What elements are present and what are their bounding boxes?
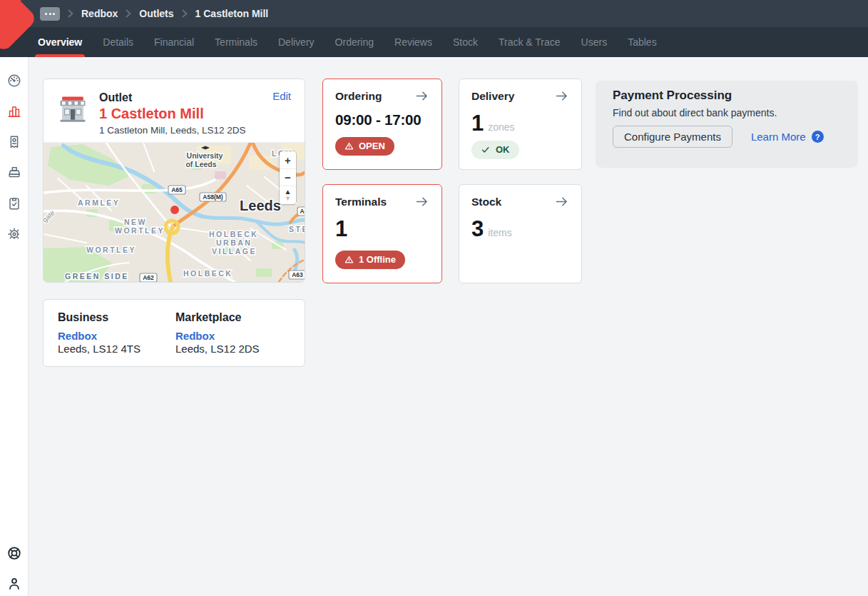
business-address: Leeds, LS12 4TS [58, 343, 175, 355]
check-icon [481, 145, 491, 155]
question-icon: ? [812, 131, 824, 143]
business-section: Business Redbox Leeds, LS12 4TS [58, 311, 175, 355]
delivery-card[interactable]: Delivery 1zones OK [459, 79, 582, 170]
svg-text:A58(M): A58(M) [203, 193, 223, 201]
svg-text:A63: A63 [292, 271, 303, 278]
tab[interactable]: Track & Trace [499, 27, 561, 57]
learn-more-link[interactable]: Learn More? [751, 131, 824, 143]
outlet-card: Outlet 1 Castleton Mill 1 Castleton Mill… [43, 79, 305, 283]
tab-bar: OverviewDetailsFinancialTerminalsDeliver… [0, 27, 868, 57]
marketplace-section: Marketplace Redbox Leeds, LS12 2DS [175, 311, 290, 355]
arrow-right-icon[interactable] [554, 89, 569, 103]
till-icon[interactable] [6, 164, 23, 181]
svg-text:HOLBECK: HOLBECK [209, 230, 258, 238]
outlet-name: 1 Castleton Mill [99, 106, 246, 122]
tab[interactable]: Users [581, 27, 608, 57]
svg-text:GREEN SIDE: GREEN SIDE [65, 272, 129, 281]
svg-text:NEW: NEW [124, 218, 147, 226]
marketplace-link[interactable]: Redbox [175, 330, 290, 342]
payment-description: Find out about direct bank payments. [613, 107, 841, 118]
settings-icon[interactable] [6, 226, 23, 243]
zoom-in-button[interactable]: + [280, 151, 296, 168]
svg-text:A65: A65 [171, 186, 183, 193]
top-bar: Redbox Outlets 1 Castleton Mill [0, 0, 868, 27]
svg-text:A6: A6 [300, 208, 305, 215]
tab[interactable]: Details [103, 27, 133, 57]
breadcrumb: Redbox Outlets 1 Castleton Mill [40, 7, 268, 21]
outlet-label: Outlet [99, 91, 246, 104]
marketplace-label: Marketplace [175, 311, 290, 324]
breadcrumb-item-outlets[interactable]: Outlets [139, 8, 173, 19]
marketplace-address: Leeds, LS12 2DS [175, 343, 290, 355]
associations-card: Business Redbox Leeds, LS12 4TS Marketpl… [43, 299, 305, 367]
arrow-right-icon[interactable] [554, 194, 569, 209]
outlet-address: 1 Castleton Mill, Leeds, LS12 2DS [99, 125, 246, 136]
configure-payments-button[interactable]: Configure Payments [613, 126, 732, 148]
arrow-right-icon[interactable] [414, 89, 429, 103]
terminals-status-badge: 1 Offline [335, 251, 405, 269]
terminals-card[interactable]: Terminals 1 1 Offline [322, 184, 442, 283]
chevron-right-icon [68, 9, 73, 18]
orders-icon[interactable] [6, 133, 23, 151]
breadcrumb-item-current: 1 Castleton Mill [195, 8, 269, 19]
chevron-right-icon [182, 9, 188, 18]
zoom-out-button[interactable]: − [280, 168, 296, 186]
arrow-right-icon[interactable] [414, 194, 429, 209]
breadcrumb-menu-button[interactable] [40, 7, 60, 21]
ordering-hours: 09:00 - 17:00 [335, 110, 421, 129]
help-icon[interactable] [6, 545, 23, 562]
svg-text:URBAN: URBAN [216, 238, 252, 247]
svg-text:WORTLEY: WORTLEY [86, 246, 136, 254]
svg-text:A62: A62 [143, 274, 154, 281]
svg-text:STEA: STEA [289, 225, 305, 233]
tab[interactable]: Financial [154, 27, 194, 57]
tab[interactable]: Reviews [394, 27, 432, 57]
outlet-map[interactable]: University of Leeds LOV PA ARMLEY NEW WO… [44, 142, 305, 282]
delivery-count: 1 [471, 110, 484, 136]
ordering-card[interactable]: Ordering 09:00 - 17:00 OPEN [322, 79, 442, 170]
svg-text:VILLAGE: VILLAGE [212, 247, 257, 256]
tab[interactable]: Stock [453, 27, 478, 57]
outlets-icon[interactable] [6, 103, 23, 120]
tab[interactable]: Tables [628, 27, 656, 57]
compass-button[interactable]: ▲▼ [280, 186, 296, 204]
main-content: Outlet 1 Castleton Mill 1 Castleton Mill… [29, 57, 868, 596]
map-label-university: University [187, 151, 223, 160]
svg-text:HOLBECK: HOLBECK [183, 269, 233, 278]
tab[interactable]: Ordering [335, 27, 374, 57]
svg-text:WORTLEY: WORTLEY [115, 226, 165, 235]
payment-title: Payment Processing [613, 89, 841, 103]
edit-outlet-link[interactable]: Edit [272, 90, 291, 102]
dashboard-icon[interactable] [6, 72, 23, 89]
tab[interactable]: Overview [38, 27, 82, 57]
chevron-right-icon [126, 9, 131, 18]
ordering-title: Ordering [335, 90, 382, 103]
map-label-armley: ARMLEY [78, 198, 120, 207]
stock-title: Stock [471, 196, 501, 208]
map-controls: + − ▲▼ [280, 151, 296, 204]
store-icon [58, 94, 88, 123]
warning-icon [344, 255, 354, 264]
terminals-title: Terminals [335, 196, 387, 208]
payment-processing-panel: Payment Processing Find out about direct… [596, 81, 858, 168]
terminals-count: 1 [335, 216, 347, 242]
stock-count: 3 [471, 216, 484, 242]
warning-icon [344, 141, 354, 151]
business-link[interactable]: Redbox [58, 330, 175, 342]
breadcrumb-item-redbox[interactable]: Redbox [81, 8, 118, 19]
tab[interactable]: Delivery [278, 27, 315, 57]
tab[interactable]: Terminals [215, 27, 257, 57]
sidebar [0, 57, 29, 596]
delivery-title: Delivery [471, 90, 514, 103]
svg-text:of Leeds: of Leeds [185, 160, 216, 168]
stock-check-icon[interactable] [6, 195, 23, 212]
ordering-status-badge: OPEN [335, 137, 394, 156]
delivery-status-badge: OK [471, 141, 519, 159]
map-label-leeds: Leeds [240, 198, 281, 213]
business-label: Business [58, 311, 175, 324]
account-icon[interactable] [6, 575, 23, 592]
stock-card[interactable]: Stock 3items [459, 184, 582, 283]
